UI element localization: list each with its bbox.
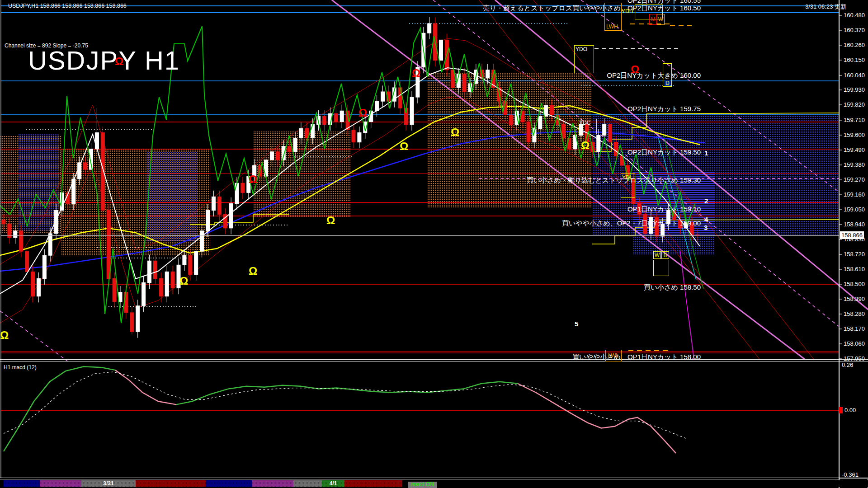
op-160-50: 売り・超えるとストップロス買いやや小さめ、OP2日NYカット 160.50 bbox=[483, 4, 701, 13]
op-158-50: 買い小さめ 158.50 bbox=[644, 283, 701, 292]
candle-body bbox=[142, 283, 146, 306]
candle-body bbox=[340, 111, 344, 122]
timeline-segment[interactable] bbox=[206, 480, 252, 487]
price-axis-label: 157.950 bbox=[844, 355, 865, 362]
candle-body bbox=[398, 88, 402, 108]
price-axis-label: 160.040 bbox=[844, 72, 865, 79]
omega-signal-icon: Ω bbox=[179, 276, 188, 286]
timeline-segment[interactable]: 4/1 bbox=[322, 480, 344, 487]
price-axis-label: 158.500 bbox=[844, 281, 865, 287]
price-axis-label: 159.600 bbox=[844, 131, 865, 138]
candle-body bbox=[439, 40, 443, 60]
omega-signal-icon: Ω bbox=[400, 141, 408, 152]
candle-body bbox=[19, 231, 23, 251]
candle-body bbox=[235, 183, 239, 203]
macd-max-label: 0.26 bbox=[842, 361, 853, 368]
timeline-segment[interactable] bbox=[293, 480, 322, 487]
macd-min-label: -0.361 bbox=[842, 471, 859, 478]
price-axis-label: 159.270 bbox=[844, 176, 865, 183]
candle-body bbox=[527, 122, 530, 142]
price-axis-label: 160.150 bbox=[844, 56, 865, 63]
op-159-30: 買い小さめ・割り込むとストップロス売り小さめ 159.30 bbox=[527, 176, 701, 185]
op-159-10: OP1日NYカット 159.10 bbox=[627, 205, 701, 214]
level-box-d: D bbox=[663, 63, 672, 87]
wave-number-1: 1 bbox=[704, 149, 708, 157]
candle-body bbox=[311, 124, 315, 138]
candle-body bbox=[2, 220, 5, 224]
timeline-segment[interactable] bbox=[344, 480, 402, 487]
timeline-date-label: 4/1 bbox=[322, 480, 344, 487]
candle-body bbox=[136, 306, 140, 332]
candle-body bbox=[603, 124, 606, 135]
candle-body bbox=[229, 203, 233, 228]
candle-body bbox=[194, 251, 198, 274]
price-axis-label: 159.820 bbox=[844, 101, 865, 108]
level-box-label: LWL bbox=[608, 353, 619, 358]
candle-body bbox=[48, 234, 52, 255]
candle-body bbox=[241, 183, 245, 192]
candle-body bbox=[130, 313, 134, 332]
price-axis-label: 158.390 bbox=[844, 296, 865, 302]
macd-toggle-button[interactable]: macd ON bbox=[408, 482, 437, 488]
level-box-w: W bbox=[653, 251, 661, 259]
op-159-50: OP2日NYカット 159.50 bbox=[627, 148, 701, 157]
candle-body bbox=[462, 74, 466, 92]
candle-body bbox=[217, 197, 221, 214]
candle-body bbox=[25, 251, 29, 272]
candle-body bbox=[428, 23, 431, 33]
current-price-tag: 158.866 bbox=[840, 231, 864, 239]
candle-body bbox=[113, 278, 116, 301]
wave-number-5: 5 bbox=[575, 320, 578, 328]
timeline-date-label: 3/31 bbox=[81, 480, 136, 487]
price-axis-label: 160.480 bbox=[844, 12, 865, 19]
omega-signal-icon: Ω bbox=[359, 108, 367, 118]
timeline-segment[interactable] bbox=[4, 480, 40, 487]
level-box-label: M bbox=[651, 17, 656, 22]
price-axis-label: 160.370 bbox=[844, 27, 865, 33]
symbol-watermark: USDJPY H1 bbox=[28, 45, 180, 75]
candle-body bbox=[206, 211, 210, 231]
mt4-chart-window: USDJPY,H1 158.866 158.866 158.866 158.86… bbox=[0, 0, 868, 488]
candle-body bbox=[183, 255, 186, 265]
timeline-segment[interactable] bbox=[252, 480, 293, 487]
omega-signal-icon: Ω bbox=[412, 68, 420, 79]
omega-signal-icon: Ω bbox=[0, 330, 9, 341]
macd-signal-line bbox=[4, 372, 687, 439]
trend-line bbox=[0, 311, 68, 361]
candle-body bbox=[84, 163, 87, 169]
omega-signal-icon: Ω bbox=[249, 174, 257, 185]
candle-body bbox=[282, 146, 285, 160]
candle-body bbox=[352, 130, 355, 142]
candle-body bbox=[37, 278, 40, 296]
window-title: USDJPY,H1 158.866 158.866 158.866 158.86… bbox=[8, 3, 127, 9]
timeline-segment[interactable] bbox=[136, 480, 206, 487]
trend-line bbox=[433, 0, 839, 326]
candle-body bbox=[538, 116, 542, 128]
omega-signal-icon: Ω bbox=[631, 64, 639, 75]
timeline-segment[interactable]: 3/31 bbox=[81, 480, 136, 487]
price-axis-label: 159.710 bbox=[844, 117, 865, 123]
candle-body bbox=[124, 292, 128, 313]
level-box-label: W bbox=[658, 17, 663, 22]
level-box-label: D bbox=[665, 80, 670, 86]
candle-body bbox=[609, 124, 612, 142]
timeline-segment[interactable] bbox=[40, 480, 81, 487]
blue-ma-line bbox=[0, 131, 705, 271]
candle-body bbox=[293, 138, 297, 152]
op-160-00: OP2日NYカット大きめ 160.00 bbox=[607, 71, 701, 80]
wave-number-4: 4 bbox=[704, 216, 708, 223]
updated-timestamp: 3/31 06:23 更新 bbox=[805, 3, 846, 11]
macd-line-pink bbox=[115, 370, 176, 404]
omega-signal-icon: Ω bbox=[581, 140, 590, 151]
macd-line-green bbox=[4, 366, 115, 451]
candle-body bbox=[597, 136, 600, 152]
candle-body bbox=[323, 116, 326, 124]
candle-body bbox=[95, 133, 99, 149]
level-box-ydc: YDC bbox=[578, 119, 597, 134]
candle-body bbox=[171, 272, 175, 288]
price-axis-label: 159.380 bbox=[844, 161, 865, 168]
candle-body bbox=[410, 97, 414, 124]
level-box-label: YDH bbox=[622, 9, 633, 14]
candle-body bbox=[358, 133, 361, 142]
level-box-lwl: LWL bbox=[605, 350, 622, 361]
